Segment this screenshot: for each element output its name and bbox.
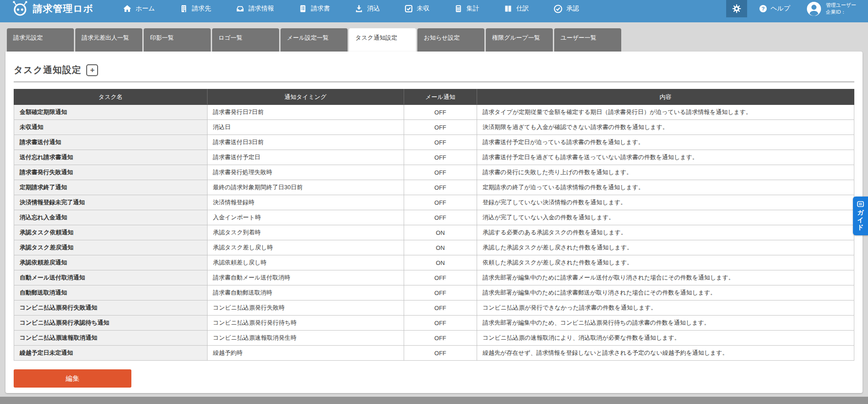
timing-cell: コンビニ払込票発行失敗時 [207, 300, 404, 316]
guide-side-tab[interactable]: ガイド [853, 197, 868, 235]
edit-button[interactable]: 編集 [14, 369, 131, 388]
mail-status-cell: OFF [404, 300, 477, 316]
timing-cell: 承認タスク到着時 [207, 225, 404, 240]
nav-item-clearing[interactable]: 消込 [343, 0, 392, 17]
nav-item-label: 消込 [367, 5, 380, 13]
table-header-row: タスク名通知タイミングメール通知内容 [14, 89, 854, 105]
description-cell: 定期請求の終了が迫っている請求情報の件数を通知します。 [477, 180, 854, 195]
tab-permission-group-list[interactable]: 権限グループ一覧 [486, 28, 553, 52]
columns-icon [504, 5, 512, 13]
timing-cell: 消込日 [207, 120, 404, 135]
content-panel: タスク通知設定 + タスク名通知タイミングメール通知内容 金額確定期限通知請求書… [5, 52, 863, 393]
timing-cell: 請求書送付予定日 [207, 150, 404, 165]
table-row: 金額確定期限通知請求書発行日7日前OFF請求タイプが定期従量で金額を確定する期日… [14, 105, 854, 120]
table-row: コンビニ払込票発行承認待ち通知コンビニ払込票発行発行待ち時OFF請求先部署が編集… [14, 316, 854, 331]
task-name-cell: コンビニ払込票発行失敗通知 [14, 300, 208, 316]
nav-item-approval[interactable]: 承認 [541, 0, 592, 17]
timing-cell: 決済情報登録時 [207, 195, 404, 210]
download-icon [355, 5, 363, 13]
table-row: 自動郵送取消通知請求書自動郵送取消時OFF請求先部署が編集中のために請求書郵送が… [14, 285, 854, 300]
table-row: コンビニ払込票発行失敗通知コンビニ払込票発行失敗時OFFコンビニ払込票が発行でき… [14, 300, 854, 316]
nav-item-unreceived[interactable]: 未収 [392, 0, 442, 17]
user-avatar-icon [806, 1, 821, 16]
description-cell: 承認する必要のある承認タスクの件数を通知します。 [477, 225, 854, 240]
user-account-menu[interactable]: 管理ユーザー 企業ID： [802, 1, 868, 16]
tab-announcement-settings[interactable]: お知らせ設定 [417, 28, 484, 52]
column-header-timing: 通知タイミング [207, 89, 404, 105]
nav-item-label: 承認 [567, 5, 579, 13]
mail-status-cell: OFF [404, 120, 477, 135]
mail-status-cell: OFF [404, 105, 477, 120]
task-name-cell: 金額確定期限通知 [14, 105, 208, 120]
svg-text:?: ? [761, 6, 764, 11]
timing-cell: 請求書自動メール送付取消時 [207, 270, 404, 285]
tab-billing-source-senders[interactable]: 請求元差出人一覧 [75, 28, 142, 52]
top-nav-bar: 請求管理ロボ ホーム請求先請求情報請求書消込未収集計仕訳承認 [0, 0, 868, 22]
description-cell: コンビニ払込票の速報取消により、消込取消が必要な件数を通知します。 [477, 331, 854, 346]
timing-cell: 承認タスク差し戻し時 [207, 240, 404, 255]
tab-task-notification-settings[interactable]: タスク通知設定 [349, 28, 416, 52]
mail-status-cell: OFF [404, 135, 477, 150]
table-row: 承認タスク依頼通知承認タスク到着時ON承認する必要のある承認タスクの件数を通知し… [14, 225, 854, 240]
column-header-description: 内容 [477, 89, 854, 105]
nav-item-label: 請求先 [192, 5, 211, 13]
mail-status-cell: ON [404, 225, 477, 240]
nav-item-home[interactable]: ホーム [111, 0, 167, 17]
timing-cell: 繰越予約時 [207, 346, 404, 361]
table-row: 自動メール送付取消通知請求書自動メール送付取消時OFF請求先部署が編集中のために… [14, 270, 854, 285]
guide-note-icon [857, 201, 864, 207]
description-cell: 繰越先が存在せず、請求情報を登録しないと請求される予定のない繰越予約を通知します… [477, 346, 854, 361]
mail-status-cell: OFF [404, 165, 477, 180]
tab-logo-list[interactable]: ロゴ一覧 [212, 28, 279, 52]
home-icon [123, 5, 131, 13]
timing-cell: 請求書自動郵送取消時 [207, 285, 404, 300]
table-row: 繰越予定日未定通知繰越予約時OFF繰越先が存在せず、請求情報を登録しないと請求さ… [14, 346, 854, 361]
settings-gear-button[interactable] [726, 0, 747, 17]
task-name-cell: 請求書送付通知 [14, 135, 208, 150]
nav-item-label: 仕訳 [516, 5, 529, 13]
description-cell: 依頼した承認タスクが差し戻された件数を通知します。 [477, 255, 854, 270]
check-circle-icon [554, 5, 562, 13]
tab-seal-list[interactable]: 印影一覧 [144, 28, 211, 52]
description-cell: 消込が完了していない入金の件数を通知します。 [477, 210, 854, 225]
tab-billing-source-settings[interactable]: 請求元設定 [7, 28, 74, 52]
title-divider [14, 81, 854, 83]
table-row: 請求書送付通知請求書送付日3日前OFF請求書送付予定日が迫っている請求書の件数を… [14, 135, 854, 150]
column-header-mail: メール通知 [404, 89, 477, 105]
task-name-cell: 自動メール送付取消通知 [14, 270, 208, 285]
nav-item-aggregate[interactable]: 集計 [442, 0, 492, 17]
nav-item-billing-dest[interactable]: 請求先 [167, 0, 223, 17]
table-row: 未収通知消込日OFF決済期限を過ぎても入金が確認できない請求書の件数を通知します… [14, 120, 854, 135]
nav-item-label: 請求書 [311, 5, 330, 13]
tab-mail-settings-list[interactable]: メール設定一覧 [281, 28, 348, 52]
tab-user-list[interactable]: ユーザー一覧 [554, 28, 621, 52]
mail-status-cell: OFF [404, 180, 477, 195]
timing-cell: 最終の請求対象期間終了日30日前 [207, 180, 404, 195]
help-label: ヘルプ [771, 5, 790, 13]
calculator-icon [454, 5, 463, 13]
app-logo[interactable]: 請求管理ロボ [0, 1, 111, 16]
table-row: 承認タスク差戻通知承認タスク差し戻し時ON承認した承認タスクが差し戻された件数を… [14, 240, 854, 255]
description-cell: 請求先部署が編集中のために請求書郵送が取り消された場合にその件数を通知します。 [477, 285, 854, 300]
task-name-cell: 自動郵送取消通知 [14, 285, 208, 300]
nav-item-journal[interactable]: 仕訳 [492, 0, 541, 17]
nav-item-billing-info[interactable]: 請求情報 [223, 0, 286, 17]
task-name-cell: 承認タスク差戻通知 [14, 240, 208, 255]
task-name-cell: 送付忘れ請求書通知 [14, 150, 208, 165]
mail-status-cell: OFF [404, 195, 477, 210]
table-row: コンビニ払込票速報取消通知コンビニ払込票速報取消発生時OFFコンビニ払込票の速報… [14, 331, 854, 346]
building-icon [180, 5, 188, 13]
description-cell: 請求タイプが定期従量で金額を確定する期日（請求書発行日）が迫っている請求情報を通… [477, 105, 854, 120]
nav-item-label: 請求情報 [249, 5, 274, 13]
table-row: 請求書発行失敗通知請求書発行処理失敗時OFF請求書の発行に失敗した売り上げの件数… [14, 165, 854, 180]
mail-status-cell: OFF [404, 270, 477, 285]
add-task-notification-button[interactable]: + [86, 64, 98, 76]
mail-status-cell: OFF [404, 346, 477, 361]
mail-status-cell: ON [404, 240, 477, 255]
help-button[interactable]: ? ヘルプ [747, 5, 802, 13]
tray-icon [236, 5, 244, 13]
table-row: 定期請求終了通知最終の請求対象期間終了日30日前OFF定期請求の終了が迫っている… [14, 180, 854, 195]
mail-status-cell: OFF [404, 150, 477, 165]
task-name-cell: 決済情報登録未完了通知 [14, 195, 208, 210]
nav-item-invoice[interactable]: 請求書 [286, 0, 343, 17]
